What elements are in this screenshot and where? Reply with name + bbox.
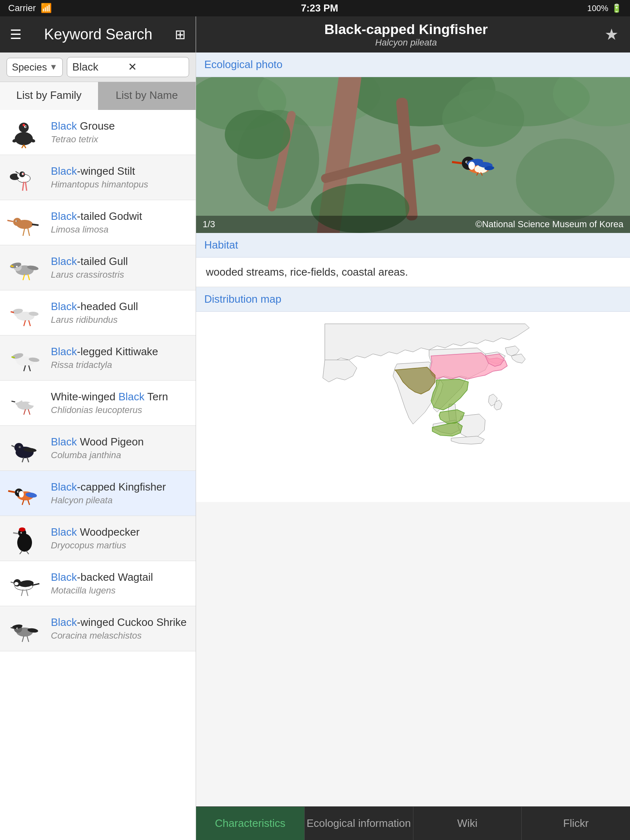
bird-common-name: Black-winged Cuckoo Shrike xyxy=(51,616,192,629)
svg-point-71 xyxy=(17,534,32,552)
list-item[interactable]: Black-winged Stilt Himantopus himantopus xyxy=(0,155,196,200)
favorite-star-icon[interactable]: ★ xyxy=(605,25,619,43)
svg-point-61 xyxy=(19,446,21,448)
chevron-down-icon: ▼ xyxy=(49,62,57,72)
svg-line-57 xyxy=(11,445,15,447)
tab-bar: List by Family List by Name xyxy=(0,82,196,110)
bird-scientific-name: Motacilla lugens xyxy=(51,585,192,596)
svg-line-47 xyxy=(29,365,30,371)
bird-info: Black-backed Wagtail Motacilla lugens xyxy=(48,566,196,601)
svg-line-40 xyxy=(29,320,30,326)
bird-thumbnail xyxy=(6,475,42,511)
bird-info: Black-winged Stilt Himantopus himantopus xyxy=(48,160,196,195)
svg-line-16 xyxy=(23,182,24,191)
bird-info: Black-tailed Gull Larus crassirostris xyxy=(48,250,196,285)
svg-point-33 xyxy=(16,266,18,267)
status-time: 7:23 PM xyxy=(301,2,338,14)
svg-line-31 xyxy=(23,274,25,280)
svg-line-84 xyxy=(11,582,14,583)
status-battery: 100% 🔋 xyxy=(587,3,622,13)
svg-point-83 xyxy=(14,582,18,585)
tab-family[interactable]: List by Family xyxy=(0,82,98,110)
bird-thumbnail xyxy=(6,205,42,241)
bird-common-name: Black Grouse xyxy=(51,120,192,132)
bottom-tab-characteristics[interactable]: Characteristics xyxy=(196,807,305,840)
clear-icon[interactable]: ✕ xyxy=(128,61,184,73)
species-dropdown[interactable]: Species ▼ xyxy=(7,58,63,77)
svg-line-17 xyxy=(25,182,27,191)
svg-line-45 xyxy=(11,357,15,358)
svg-line-68 xyxy=(28,500,30,505)
list-item[interactable]: Black-winged Cuckoo Shrike Coracina mela… xyxy=(0,606,196,651)
left-header: ☰ Keyword Search ⊞ xyxy=(0,16,196,52)
ecological-photo[interactable]: 1/3 ©National Science Museum of Korea xyxy=(196,77,630,233)
svg-line-21 xyxy=(32,224,39,225)
bird-common-name: White-winged Black Tern xyxy=(51,390,192,403)
battery-icon: 🔋 xyxy=(612,3,622,13)
bottom-tab-flickr[interactable]: Flickr xyxy=(522,807,630,840)
list-item[interactable]: Black Wood Pigeon Columba janthina xyxy=(0,426,196,471)
bird-common-name: Black-capped Kingfisher xyxy=(51,481,192,493)
bird-scientific-name: Limosa limosa xyxy=(51,224,192,235)
bird-thumbnail xyxy=(6,611,42,647)
bird-scientific-name: Larus ridibundus xyxy=(51,315,192,325)
list-item[interactable]: Black Woodpecker Dryocopus martius xyxy=(0,516,196,561)
list-item-selected[interactable]: Black-capped Kingfisher Halcyon pileata xyxy=(0,471,196,516)
tab-name[interactable]: List by Name xyxy=(98,82,196,110)
bird-common-name: Black-winged Stilt xyxy=(51,165,192,178)
bird-thumbnail xyxy=(6,114,42,151)
svg-line-53 xyxy=(24,409,25,415)
bird-info: Black Wood Pigeon Columba janthina xyxy=(48,431,196,466)
svg-line-85 xyxy=(21,589,23,596)
list-item[interactable]: White-winged Black Tern Chlidonias leuco… xyxy=(0,381,196,426)
bird-thumbnail xyxy=(6,430,42,466)
list-item[interactable]: Black-headed Gull Larus ridibundus xyxy=(0,290,196,336)
right-content: Ecological photo xyxy=(196,52,630,806)
bottom-tab-ecological[interactable]: Ecological information xyxy=(305,807,413,840)
menu-icon[interactable]: ☰ xyxy=(10,27,22,42)
svg-line-60 xyxy=(27,457,29,462)
bird-info: Black-tailed Godwit Limosa limosa xyxy=(48,205,196,240)
grid-icon[interactable]: ⊞ xyxy=(175,27,186,42)
svg-line-94 xyxy=(27,636,29,642)
bird-info: Black-capped Kingfisher Halcyon pileata xyxy=(48,476,196,511)
bird-thumbnail xyxy=(6,160,42,196)
list-item[interactable]: Black Grouse Tetrao tetrix xyxy=(0,110,196,155)
search-input-container[interactable]: Black ✕ xyxy=(67,57,189,77)
svg-point-110 xyxy=(442,89,524,147)
svg-point-64 xyxy=(19,491,24,498)
bird-scientific-name: Larus crassirostris xyxy=(51,269,192,280)
svg-line-20 xyxy=(7,220,13,221)
svg-point-109 xyxy=(225,110,290,159)
status-carrier: Carrier 📶 xyxy=(8,3,52,14)
habitat-content: wooded streams, rice-fields, coastal are… xyxy=(196,258,630,287)
list-item[interactable]: Black-legged Kittiwake Rissa tridactyla xyxy=(0,336,196,381)
list-item[interactable]: Black-backed Wagtail Motacilla lugens xyxy=(0,561,196,606)
bird-thumbnail xyxy=(6,520,42,557)
bird-thumbnail xyxy=(6,250,42,286)
svg-line-54 xyxy=(28,409,30,415)
photo-section-header: Ecological photo xyxy=(196,52,630,77)
bird-scientific-name: Columba janthina xyxy=(51,450,192,461)
bird-common-name: Black-backed Wagtail xyxy=(51,571,192,584)
bird-scientific-name: Chlidonias leucopterus xyxy=(51,405,192,415)
bird-common-name: Black-tailed Gull xyxy=(51,255,192,268)
svg-line-15 xyxy=(16,171,19,173)
list-item[interactable]: Black-tailed Godwit Limosa limosa xyxy=(0,200,196,245)
svg-line-5 xyxy=(24,145,26,148)
bird-common-name: Black-headed Gull xyxy=(51,300,192,313)
list-item[interactable]: Black-tailed Gull Larus crassirostris xyxy=(0,245,196,290)
map-section-header: Distribution map xyxy=(196,287,630,312)
bird-scientific-name: Tetrao tetrix xyxy=(51,134,192,145)
bird-thumbnail xyxy=(6,340,42,376)
svg-line-118 xyxy=(452,162,462,163)
svg-point-117 xyxy=(468,162,475,170)
svg-point-0 xyxy=(15,132,33,145)
bird-list: Black Grouse Tetrao tetrix xyxy=(0,110,196,840)
svg-line-65 xyxy=(8,491,15,492)
bottom-tab-wiki[interactable]: Wiki xyxy=(413,807,522,840)
bird-common-name: Black Wood Pigeon xyxy=(51,436,192,448)
photo-overlay: 1/3 ©National Science Museum of Korea xyxy=(196,216,630,233)
bird-scientific-name: Dryocopus martius xyxy=(51,540,192,551)
photo-counter: 1/3 xyxy=(203,219,215,230)
